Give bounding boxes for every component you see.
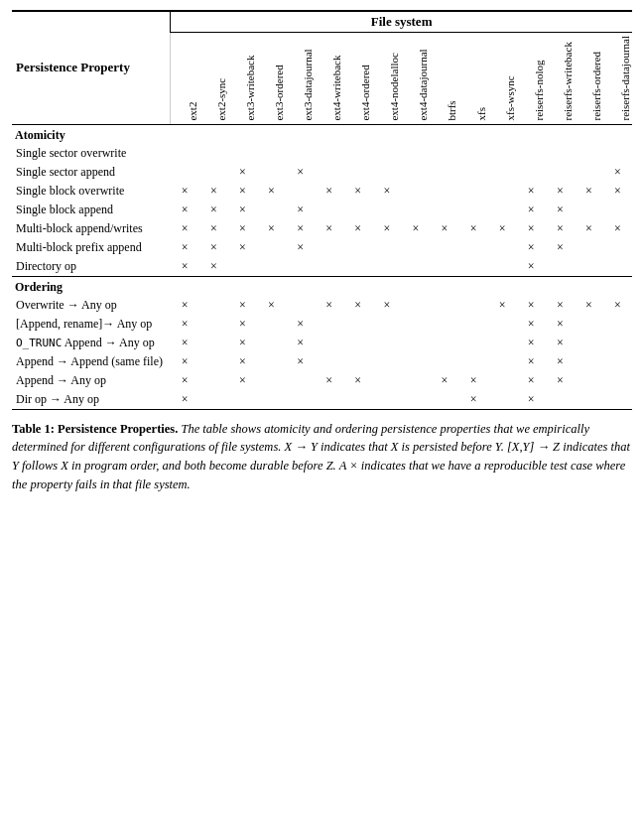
cell: × [517,238,546,257]
cell: × [517,182,546,201]
cell [488,144,517,163]
row-label: Dir op → Any op [12,390,171,410]
cell: × [199,257,228,277]
fs-ext2: ext2 [171,33,199,125]
cell: × [575,219,603,238]
cell: × [286,352,315,371]
cell [575,352,603,371]
cell [430,201,458,219]
cell [315,315,343,334]
cell [343,352,372,371]
fs-ext2-sync: ext2-sync [199,33,228,125]
cell: × [575,182,603,201]
cell [575,201,603,219]
cell [257,352,286,371]
cell [199,163,228,182]
cell [372,238,401,257]
cell [257,144,286,163]
cell [575,238,603,257]
cell [575,390,603,410]
cell [459,182,488,201]
cell: × [228,163,257,182]
cell: × [228,315,257,334]
cell: × [199,219,228,238]
cell [401,390,430,410]
cell [286,371,315,390]
cell [343,334,372,352]
cell [343,257,372,277]
cell: × [546,238,575,257]
row-dir-op-any-op: Dir op → Any op × × × [12,390,632,410]
cell: × [228,352,257,371]
cell [257,334,286,352]
cell [257,201,286,219]
cell: × [171,238,199,257]
cell [488,163,517,182]
cell: × [517,257,546,277]
cell [459,144,488,163]
cell: × [459,371,488,390]
cell: × [171,371,199,390]
cell [257,257,286,277]
cell: × [315,182,343,201]
cell [603,144,632,163]
fs-reiserfs-datajournal: reiserfs-datajournal [603,33,632,125]
cell [488,238,517,257]
cell: × [228,238,257,257]
cell [372,371,401,390]
cell [401,144,430,163]
cell [575,144,603,163]
atomicity-label: Atomicity [12,124,632,144]
cell [459,334,488,352]
cell [228,144,257,163]
row-label: Single block append [12,201,171,219]
cell [459,296,488,315]
section-atomicity: Atomicity [12,124,632,144]
fs-ext4-writeback: ext4-writeback [315,33,343,125]
caption-title: Persistence Properties. [58,422,178,436]
cell [372,352,401,371]
cell [343,315,372,334]
cell [228,257,257,277]
cell: × [315,296,343,315]
cell: × [546,182,575,201]
row-label: Overwrite → Any op [12,296,171,315]
cell [430,352,458,371]
cell [343,144,372,163]
cell: × [459,219,488,238]
cell [575,163,603,182]
cell [488,390,517,410]
cell [228,390,257,410]
cell [401,163,430,182]
row-single-block-overwrite: Single block overwrite × × × × × × × × ×… [12,182,632,201]
cell [286,296,315,315]
cell [488,201,517,219]
cell: × [517,334,546,352]
cell: × [488,219,517,238]
cell [459,238,488,257]
cell [199,334,228,352]
property-column-header: Persistence Property [12,11,171,124]
cell [315,257,343,277]
cell [171,144,199,163]
cell: × [315,371,343,390]
cell [603,352,632,371]
cell [401,182,430,201]
fs-ext3-datajournal: ext3-datajournal [286,33,315,125]
fs-ext4-datajournal: ext4-datajournal [401,33,430,125]
cell: × [171,315,199,334]
cell: × [546,371,575,390]
cell: × [401,219,430,238]
filesystem-group-header: File system [171,11,632,33]
cell: × [286,219,315,238]
cell [315,238,343,257]
cell [199,315,228,334]
cell: × [171,182,199,201]
cell: × [517,219,546,238]
row-single-sector-append: Single sector append × × × [12,163,632,182]
cell [401,352,430,371]
row-directory-op: Directory op × × × [12,257,632,277]
cell: × [603,163,632,182]
cell: × [286,163,315,182]
cell [372,315,401,334]
